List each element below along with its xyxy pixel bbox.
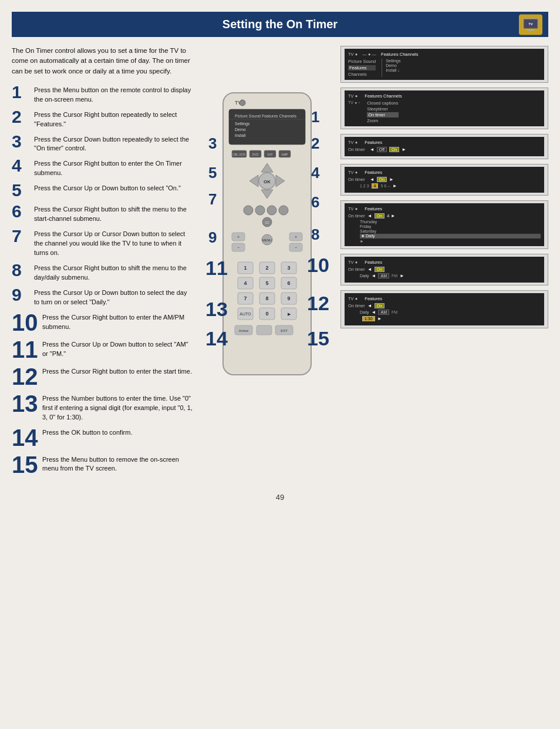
svg-text:+: + — [295, 235, 297, 239]
step-text-4: Press the Cursor Right button to enter t… — [34, 158, 194, 178]
screen5-arrow: ◄ — [367, 213, 372, 219]
svg-text:3: 3 — [287, 265, 290, 271]
step-num-5: 5 — [12, 182, 34, 199]
screen-display-4: TV ● Features On timer ◄ On ► 1 2 3 4 5 … — [345, 167, 544, 193]
svg-text:7: 7 — [208, 190, 217, 208]
step-7: 7 Press the Cursor Up or Cursor Down but… — [12, 229, 194, 258]
svg-text:OK: OK — [264, 179, 271, 184]
step-text-7: Press the Cursor Up or Cursor Down butto… — [34, 229, 194, 258]
svg-text:CBL VCR: CBL VCR — [232, 153, 245, 156]
step-6: 6 Press the Cursor Right button to shift… — [12, 204, 194, 224]
step-15: 15 Press the Menu button to remove the o… — [12, 454, 194, 476]
screen3-features-label: Features — [365, 140, 382, 145]
screen4-channels: 1 2 3 4 5 6 -- ► — [348, 183, 541, 189]
screen2-menu: Closed captions Sleeptimer On timer Zoom — [367, 100, 398, 123]
svg-text:0: 0 — [265, 311, 268, 317]
svg-text:14: 14 — [205, 327, 228, 350]
svg-text:1: 1 — [311, 108, 319, 126]
screen7-day: Daily — [360, 310, 369, 314]
screen7-on: On — [375, 303, 384, 308]
step-num-7: 7 — [12, 227, 34, 245]
step-12: 12 Press the Cursor Right button to ente… — [12, 366, 194, 388]
screen5-tv: TV ● — [348, 206, 357, 211]
screen5-day-arrow: ► — [360, 239, 541, 243]
page-container: Setting the On Timer TV The On Timer con… — [0, 0, 560, 729]
svg-text:AMP: AMP — [282, 153, 289, 156]
screen7-tv: TV ● — [348, 296, 357, 301]
screen3-arrow: ◄ — [370, 147, 375, 152]
screen1-demo: Demo — [386, 63, 400, 68]
screen7-time: 1:30 — [362, 316, 375, 321]
screen7-row3: 1:30 ► — [348, 316, 541, 321]
screen4-features-label: Features — [365, 170, 382, 175]
svg-text:6: 6 — [287, 280, 290, 286]
screen2-tv-label: TV ●→ — [348, 100, 361, 123]
svg-text:Active: Active — [239, 329, 249, 332]
screen3-tv: TV ● — [348, 140, 357, 145]
svg-text:DVD: DVD — [252, 153, 259, 156]
remote-column: TV Picture Sound Features Channels Setti… — [200, 46, 335, 481]
screen6-pm-arrow: ► — [400, 273, 404, 278]
step-11: 11 Press the Cursor Up or Down button to… — [12, 339, 194, 361]
svg-point-31 — [267, 206, 276, 215]
svg-text:4: 4 — [311, 164, 320, 182]
step-text-10: Press the Cursor Right button to enter t… — [42, 312, 194, 332]
svg-text:15: 15 — [307, 327, 329, 350]
step-8: 8 Press the Cursor Right button to shift… — [12, 263, 194, 283]
screen1-channels: Features Channels — [381, 52, 418, 57]
step-1: 1 Press the Menu button on the remote co… — [12, 85, 194, 105]
step-num-6: 6 — [12, 203, 34, 220]
step-13: 13 Press the Number buttons to enter the… — [12, 393, 194, 422]
screen3-off-btn: Off — [377, 147, 387, 152]
svg-text:MENU: MENU — [262, 238, 272, 242]
step-10: 10 Press the Cursor Right button to ente… — [12, 312, 194, 334]
screen3-on-timer-label: On timer — [348, 147, 365, 152]
svg-text:1: 1 — [244, 265, 247, 271]
screen7-row1: On timer ◄ On — [348, 303, 541, 308]
screen-panel-3: TV ● Features On timer ◄ Off On ► — [340, 134, 548, 159]
svg-text:Picture  Sound  Features  Chan: Picture Sound Features Channels — [235, 114, 297, 118]
screen1-settings: Settings — [386, 59, 400, 63]
screen4-arrow: ◄ — [370, 177, 375, 182]
remote-svg: TV Picture Sound Features Channels Setti… — [203, 46, 332, 428]
svg-point-32 — [279, 206, 288, 215]
screen7-arrow: ◄ — [367, 303, 372, 308]
step-num-9: 9 — [12, 286, 34, 304]
screen4-on-timer-label: On timer — [348, 177, 365, 182]
screen6-features-label: Features — [365, 260, 382, 265]
svg-text:+: + — [237, 235, 239, 239]
screen-panel-1: TV ● ― ● ― Features Channels Picture Sou… — [340, 46, 548, 83]
screen4-header: TV ● Features — [348, 170, 541, 175]
screen6-row1: On timer ◄ On — [348, 267, 541, 272]
screen7-header: TV ● Features — [348, 296, 541, 301]
screen4-ch-rest: 5 6 -- — [380, 184, 390, 188]
screen7-row2: Daily ◄ AM FM — [348, 310, 541, 315]
screen5-header: TV ● Features — [348, 206, 541, 211]
step-num-4: 4 — [12, 157, 34, 174]
screen-display-1: TV ● ― ● ― Features Channels Picture Sou… — [345, 49, 544, 80]
screen7-am: AM — [378, 310, 389, 315]
step-num-12: 12 — [12, 365, 42, 388]
svg-rect-71 — [257, 325, 272, 335]
screen2-content: TV ●→ Closed captions Sleeptimer On time… — [348, 100, 541, 123]
intro-text: The On Timer control allows you to set a… — [12, 46, 194, 76]
screen6-arrow: ◄ — [367, 267, 372, 272]
screen-panel-5: TV ● Features On timer ◄ On 4 ► Thursday… — [340, 200, 548, 249]
screen1-features: ― ● ― — [362, 52, 376, 57]
screen1-picture: Picture Sound — [348, 59, 376, 64]
screen6-tv: TV ● — [348, 260, 357, 265]
screen4-tv: TV ● — [348, 170, 357, 175]
step-num-3: 3 — [12, 133, 34, 150]
screen5-ch: 4 ► — [387, 213, 396, 219]
svg-text:2: 2 — [311, 135, 319, 152]
screen-display-6: TV ● Features On timer ◄ On Daily ◄ AM F… — [345, 257, 544, 283]
step-text-9: Press the Cursor Up or Down button to se… — [34, 287, 194, 307]
screen6-day-arrow: ◄ — [372, 273, 376, 278]
screen6-header: TV ● Features — [348, 260, 541, 265]
screen4-ch-selected: 4 — [372, 183, 379, 189]
screen3-header: TV ● Features — [348, 140, 541, 145]
svg-text:4: 4 — [244, 280, 247, 286]
step-text-3: Press the Cursor Down button repeatedly … — [34, 134, 194, 154]
step-num-2: 2 — [12, 108, 34, 126]
screen-panel-4: TV ● Features On timer ◄ On ► 1 2 3 4 5 … — [340, 164, 548, 196]
